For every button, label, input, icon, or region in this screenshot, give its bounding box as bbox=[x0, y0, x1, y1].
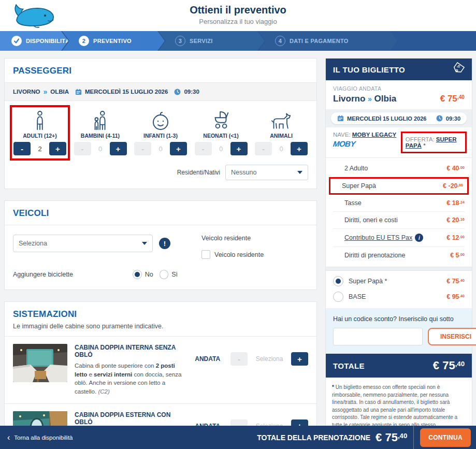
page-title: Ottieni il preventivo bbox=[0, 4, 476, 16]
route-time: 09:30 bbox=[184, 89, 199, 95]
price-cents: ,00 bbox=[459, 165, 465, 170]
counter-adults: ADULTI (12+) - 2 + bbox=[10, 105, 70, 161]
price-row-label: Tasse bbox=[344, 199, 362, 207]
journey-price: € 75,40 bbox=[440, 94, 465, 104]
ship-name-link[interactable]: MOBY LEGACY bbox=[352, 132, 396, 138]
info-icon[interactable]: i bbox=[415, 234, 423, 242]
moby-whale-logo[interactable] bbox=[6, 2, 58, 31]
price-row-adults: 2 Adulto € 40,00 bbox=[333, 160, 465, 177]
route-summary: LIVORNO » OLBIA MERCOLEDÌ 15 LUGLIO 2026… bbox=[5, 83, 316, 101]
step-preventivo[interactable]: 2 PREVENTIVO bbox=[62, 31, 165, 51]
clock-icon bbox=[436, 115, 443, 122]
price-row-label: 2 Adulto bbox=[344, 165, 368, 172]
fare-radio-selected[interactable] bbox=[333, 276, 343, 286]
moby-brand-logo: MOBY bbox=[333, 139, 356, 148]
divider bbox=[413, 426, 414, 449]
cabin-row-interior: CABINA DOPPIA INTERNA SENZA OBLÒ Cabina … bbox=[5, 337, 316, 404]
adults-plus-button[interactable]: + bbox=[49, 142, 66, 155]
ets-link[interactable]: Contributo EU ETS Pax bbox=[344, 234, 412, 241]
back-label: Torna alla disponibilità bbox=[14, 434, 73, 441]
step-servizi[interactable]: 3 SERVIZI bbox=[158, 31, 265, 51]
discount-code-input[interactable] bbox=[333, 328, 423, 345]
price-row-label: Super Papà bbox=[342, 182, 376, 190]
ticket-title: IL TUO BIGLIETTO bbox=[333, 65, 405, 74]
step-disponibilita[interactable]: DISPONIBILITÀ bbox=[0, 31, 68, 51]
step-label: SERVIZI bbox=[190, 38, 213, 44]
discount-apply-button[interactable]: INSERISCI bbox=[428, 328, 476, 345]
step-number: 4 bbox=[275, 36, 285, 46]
counter-newborns: NEONATI (<1) - 0 + bbox=[191, 105, 251, 161]
stroller-icon bbox=[194, 110, 248, 131]
desc-bold: servizi interni bbox=[94, 371, 132, 378]
animals-plus-button[interactable]: + bbox=[291, 142, 308, 155]
price-euros: € 40 bbox=[446, 165, 459, 172]
children-minus-button[interactable]: - bbox=[74, 142, 91, 155]
discount-section: Hai un codice sconto? Inseriscilo qui so… bbox=[326, 308, 472, 354]
cabin-code: (C2) bbox=[98, 388, 109, 395]
fare-options: Super Papà * € 75,40 BASE € 95,40 bbox=[326, 271, 472, 308]
price-tag-icon bbox=[452, 62, 465, 77]
cabin-name: CABINA DOPPIA ESTERNA CON OBLÒ bbox=[75, 411, 184, 426]
booking-total-euros: € 75 bbox=[376, 431, 398, 444]
counter-label: BAMBINI (4-11) bbox=[74, 133, 127, 139]
bikes-yes-radio[interactable] bbox=[160, 270, 168, 279]
newborns-minus-button[interactable]: - bbox=[195, 142, 212, 155]
route-to: OLBIA bbox=[50, 89, 69, 95]
price-breakdown: 2 Adulto € 40,00 Super Papà € -20,00 Tas… bbox=[326, 158, 472, 267]
total-euros: € 75 bbox=[433, 359, 455, 372]
price-cents: ,00 bbox=[459, 252, 465, 257]
price-euros: € 5 bbox=[450, 252, 459, 259]
vehicles-panel: VEICOLI Seleziona ! Aggiungere biciclett… bbox=[4, 200, 317, 290]
price-euros: € 75 bbox=[446, 278, 459, 285]
page-header: Ottieni il preventivo Personalizza il tu… bbox=[0, 0, 476, 31]
bikes-no-radio[interactable] bbox=[133, 270, 141, 279]
vehicle-select[interactable]: Seleziona bbox=[13, 235, 153, 252]
cabin1-qty-select[interactable]: Seleziona bbox=[250, 355, 289, 363]
price-euros: € 18 bbox=[446, 199, 459, 207]
children-plus-button[interactable]: + bbox=[110, 142, 127, 155]
price-row-label: Diritti di prenotazione bbox=[344, 252, 405, 259]
bikes-label: Aggiungere biciclette bbox=[13, 271, 133, 278]
counter-label: NEONATI (<1) bbox=[194, 133, 248, 139]
price-row-ets: Contributo EU ETS Paxi € 12,00 bbox=[333, 229, 465, 247]
animals-count: 0 bbox=[273, 145, 290, 153]
price-cents: ,00 bbox=[459, 235, 465, 239]
infants-minus-button[interactable]: - bbox=[134, 142, 151, 155]
adults-minus-button[interactable]: - bbox=[13, 142, 31, 155]
resident-vehicle-title: Veicolo residente bbox=[201, 235, 264, 242]
infants-plus-button[interactable]: + bbox=[170, 142, 187, 155]
price-cents: ,16 bbox=[459, 217, 465, 222]
step-label: DATI E PAGAMENTO bbox=[290, 38, 349, 44]
price-row-label: Diritti, oneri e costi bbox=[344, 216, 398, 224]
price-cents: ,24 bbox=[459, 200, 465, 205]
newborns-plus-button[interactable]: + bbox=[230, 142, 248, 155]
calendar-icon bbox=[337, 115, 344, 122]
chevron-down-icon bbox=[297, 171, 302, 174]
children-count: 0 bbox=[92, 145, 109, 153]
passengers-panel: PASSEGGERI LIVORNO » OLBIA MERCOLEDÌ 15 … bbox=[4, 58, 317, 189]
route-from: Livorno bbox=[333, 94, 365, 104]
cabin1-minus-button[interactable]: - bbox=[230, 352, 248, 366]
counter-label: INFANTI (1-3) bbox=[134, 133, 187, 139]
counter-label: ADULTI (12+) bbox=[13, 133, 67, 139]
chevron-down-icon bbox=[142, 242, 147, 245]
fare-label: Super Papà * bbox=[349, 278, 446, 285]
continue-button[interactable]: CONTINUA bbox=[420, 428, 471, 447]
progress-steps: DISPONIBILITÀ 2 PREVENTIVO 3 SERVIZI 4 D… bbox=[0, 31, 476, 51]
adult-icon bbox=[13, 110, 67, 131]
residents-select[interactable]: Nessuno bbox=[225, 165, 308, 180]
price-row-booking: Diritti di prenotazione € 5,00 bbox=[333, 247, 465, 264]
residents-selected-value: Nessuno bbox=[231, 169, 256, 176]
alert-icon[interactable]: ! bbox=[159, 238, 170, 249]
residents-label: Residenti/Nativi bbox=[177, 169, 220, 176]
fare-radio[interactable] bbox=[333, 292, 343, 302]
back-to-availability-link[interactable]: ‹ Torna alla disponibilità bbox=[7, 433, 73, 442]
resident-vehicle-checkbox[interactable] bbox=[201, 250, 210, 259]
clock-icon bbox=[174, 89, 181, 95]
fare-option-super-papa[interactable]: Super Papà * € 75,40 bbox=[333, 276, 465, 286]
fare-option-base[interactable]: BASE € 95,40 bbox=[333, 292, 465, 302]
passenger-counters: ADULTI (12+) - 2 + BAMBINI (4-11) - 0 + bbox=[5, 101, 316, 164]
animals-minus-button[interactable]: - bbox=[255, 142, 272, 155]
step-dati-pagamento[interactable]: 4 DATI E PAGAMENTO bbox=[258, 31, 397, 51]
cabin1-plus-button[interactable]: + bbox=[291, 352, 308, 366]
